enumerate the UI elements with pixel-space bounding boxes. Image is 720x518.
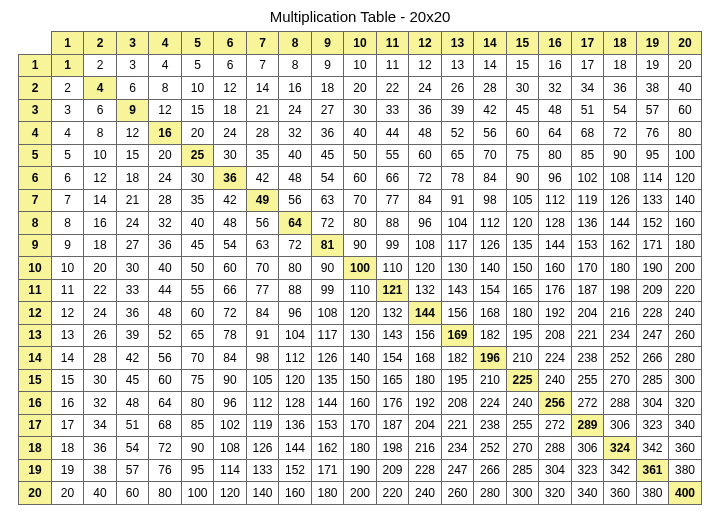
cell: 6 [51,167,84,190]
cell: 170 [344,414,377,437]
cell: 210 [474,369,507,392]
cell: 340 [669,414,702,437]
cell: 22 [84,279,117,302]
col-header: 19 [636,32,669,55]
cell: 72 [311,212,344,235]
cell: 70 [246,257,279,280]
cell: 169 [441,324,474,347]
cell: 18 [604,54,637,77]
cell: 200 [344,482,377,505]
cell: 77 [376,189,409,212]
cell: 150 [344,369,377,392]
cell: 182 [441,347,474,370]
cell: 36 [84,437,117,460]
cell: 120 [506,212,539,235]
cell: 96 [279,302,312,325]
cell: 76 [636,122,669,145]
cell: 192 [409,392,442,415]
cell: 272 [539,414,572,437]
cell: 126 [246,437,279,460]
cell: 42 [246,167,279,190]
cell: 90 [311,257,344,280]
cell: 9 [116,99,149,122]
cell: 64 [279,212,312,235]
cell: 255 [506,414,539,437]
cell: 126 [604,189,637,212]
cell: 7 [246,54,279,77]
cell: 320 [539,482,572,505]
cell: 209 [376,459,409,482]
cell: 247 [636,324,669,347]
cell: 48 [149,302,182,325]
cell: 120 [279,369,312,392]
table-row: 1414284256708498112126140154168182196210… [19,347,702,370]
cell: 112 [246,392,279,415]
cell: 36 [311,122,344,145]
cell: 285 [506,459,539,482]
cell: 36 [604,77,637,100]
cell: 44 [149,279,182,302]
cell: 10 [181,77,214,100]
cell: 306 [604,414,637,437]
cell: 48 [539,99,572,122]
cell: 152 [279,459,312,482]
cell: 2 [51,77,84,100]
cell: 192 [539,302,572,325]
col-header: 16 [539,32,572,55]
cell: 105 [506,189,539,212]
table-row: 33691215182124273033363942454851545760 [19,99,702,122]
table-row: 1616324864809611212814416017619220822424… [19,392,702,415]
cell: 14 [84,189,117,212]
cell: 342 [604,459,637,482]
cell: 88 [376,212,409,235]
cell: 144 [604,212,637,235]
cell: 72 [214,302,247,325]
row-header: 20 [19,482,52,505]
cell: 128 [279,392,312,415]
cell: 84 [246,302,279,325]
cell: 144 [539,234,572,257]
cell: 72 [279,234,312,257]
cell: 24 [214,122,247,145]
cell: 91 [441,189,474,212]
col-header: 17 [571,32,604,55]
cell: 18 [51,437,84,460]
cell: 24 [279,99,312,122]
cell: 108 [604,167,637,190]
cell: 60 [669,99,702,122]
cell: 180 [344,437,377,460]
cell: 45 [311,144,344,167]
cell: 5 [51,144,84,167]
cell: 220 [376,482,409,505]
col-header: 7 [246,32,279,55]
cell: 11 [376,54,409,77]
cell: 3 [51,99,84,122]
table-row: 6612182430364248546066727884909610210811… [19,167,702,190]
cell: 66 [376,167,409,190]
cell: 30 [506,77,539,100]
cell: 57 [116,459,149,482]
cell: 32 [84,392,117,415]
cell: 340 [571,482,604,505]
col-header: 13 [441,32,474,55]
cell: 143 [376,324,409,347]
cell: 12 [409,54,442,77]
cell: 54 [604,99,637,122]
cell: 33 [376,99,409,122]
cell: 48 [214,212,247,235]
cell: 182 [474,324,507,347]
cell: 18 [214,99,247,122]
cell: 52 [149,324,182,347]
cell: 102 [214,414,247,437]
cell: 16 [279,77,312,100]
cell: 256 [539,392,572,415]
cell: 16 [51,392,84,415]
cell: 36 [149,234,182,257]
cell: 63 [246,234,279,257]
cell: 65 [181,324,214,347]
cell: 228 [409,459,442,482]
table-row: 1919385776951141331521711902092282472662… [19,459,702,482]
cell: 108 [409,234,442,257]
cell: 160 [669,212,702,235]
cell: 65 [441,144,474,167]
